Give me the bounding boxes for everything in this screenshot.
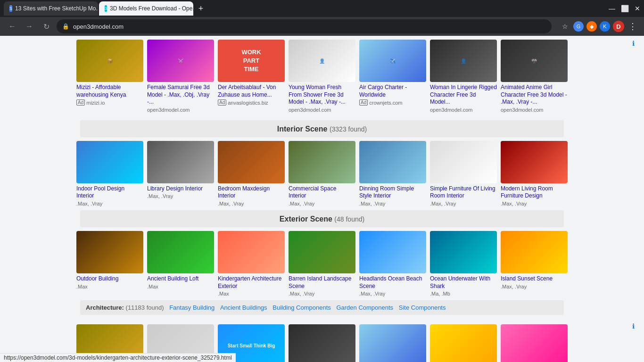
exterior-section-header: Exterior Scene (48 found) bbox=[80, 210, 564, 227]
address-bar: ← → ↻ 🔒 open3dmodel.com ☆ G ◆ K D ⋮ bbox=[0, 17, 644, 36]
profile-button[interactable]: D bbox=[613, 21, 624, 32]
model-formats-kinder: .Max bbox=[218, 291, 285, 296]
bottom-ad-img-6 bbox=[430, 324, 497, 362]
ad-placeholder-7: 🎌 bbox=[501, 40, 568, 82]
bookmark-icon[interactable]: ☆ bbox=[559, 21, 570, 32]
ad-badge-5: Ad bbox=[359, 99, 368, 106]
ad-source-4: open3dmodel.com bbox=[289, 107, 355, 113]
extension3-icon[interactable]: K bbox=[600, 21, 610, 32]
ad-source-2: open3dmodel.com bbox=[147, 107, 214, 113]
ad-title-7: Animated Anime Girl Character Free 3d Mo… bbox=[501, 84, 568, 106]
model-formats-bedroom: .Max, .Vray bbox=[218, 201, 285, 206]
exterior-grid: Outdoor Building .Max Ancient Building L… bbox=[0, 231, 644, 296]
model-item-library[interactable]: Library Design Interior .Max, .Vray bbox=[147, 141, 214, 206]
bottom-ad-img-7 bbox=[501, 324, 568, 362]
url-bar[interactable]: 🔒 open3dmodel.com bbox=[57, 19, 552, 33]
title-bar: S 13 Sites with Free SketchUp Mo... ✕ 3 … bbox=[0, 0, 644, 17]
bottom-ad-6[interactable] bbox=[430, 324, 497, 362]
work-text: WORKPARTTIME bbox=[241, 48, 261, 74]
ad-item-7[interactable]: 🎌 Animated Anime Girl Character Free 3d … bbox=[501, 40, 568, 113]
arch-link-garden[interactable]: Garden Components bbox=[336, 304, 393, 311]
arch-count: (11183 found) bbox=[126, 304, 164, 311]
back-button[interactable]: ← bbox=[6, 20, 19, 33]
ad-title-4: Young Woman Fresh From Shower Free 3d Mo… bbox=[289, 84, 355, 106]
ad-source-5: Ad crownjets.com bbox=[359, 99, 426, 106]
refresh-button[interactable]: ↻ bbox=[40, 20, 53, 33]
interior-title: Interior Scene bbox=[277, 125, 328, 133]
ad-item-6[interactable]: 👤 Woman In Lingerie Rigged Character Fre… bbox=[430, 40, 497, 113]
model-item-outdoor[interactable]: Outdoor Building .Max bbox=[76, 231, 143, 296]
ad-item-4[interactable]: 👤 Young Woman Fresh From Shower Free 3d … bbox=[289, 40, 355, 113]
page-content: ℹ 📦 Mizizi - Affordable warehousing Keny… bbox=[0, 36, 644, 362]
model-img-commercial bbox=[289, 141, 355, 183]
close-button[interactable]: ✕ bbox=[635, 5, 640, 12]
extension1-icon[interactable]: G bbox=[573, 21, 584, 32]
model-item-ancient[interactable]: Ancient Building Loft .Max bbox=[147, 231, 214, 296]
new-tab-button[interactable]: + bbox=[194, 2, 207, 15]
toolbar-icons: ☆ G ◆ K D ⋮ bbox=[559, 21, 638, 32]
model-formats-island: .Max, .Vray bbox=[501, 284, 568, 289]
model-title-island: Island Sunset Scene bbox=[501, 275, 568, 283]
tab-1[interactable]: S 13 Sites with Free SketchUp Mo... ✕ bbox=[4, 1, 98, 16]
ad-item-1[interactable]: 📦 Mizizi - Affordable warehousing Kenya … bbox=[76, 40, 143, 113]
model-item-ocean[interactable]: Ocean Underwater With Shark .Ma, .Mb bbox=[430, 231, 497, 296]
model-item-barren[interactable]: Barren Island Landscape Scene .Max, .Vra… bbox=[289, 231, 355, 296]
ad-item-3[interactable]: WORKPARTTIME Der Arbeitsablauf - Von Zuh… bbox=[218, 40, 285, 113]
architecture-section: Architecture: (11183 found) Fantasy Buil… bbox=[80, 300, 564, 315]
model-item-bedroom[interactable]: Bedroom Maxdesign Interior .Max, .Vray bbox=[218, 141, 285, 206]
maximize-button[interactable]: ⬜ bbox=[621, 5, 629, 12]
bottom-ad-7[interactable] bbox=[501, 324, 568, 362]
arch-link-site[interactable]: Site Components bbox=[399, 304, 446, 311]
minimize-button[interactable]: — bbox=[609, 5, 615, 12]
extension2-icon[interactable]: ◆ bbox=[586, 21, 597, 32]
model-item-modern[interactable]: Modern Living Room Furniture Design .Max… bbox=[501, 141, 568, 206]
status-bar: https://open3dmodel.com/3d-models/kinder… bbox=[0, 353, 236, 362]
url-text: open3dmodel.com bbox=[73, 23, 124, 30]
ad-badge-3: Ad bbox=[218, 99, 226, 106]
arch-link-ancient[interactable]: Ancient Buildings bbox=[220, 304, 267, 311]
interior-count: (3323 found) bbox=[330, 125, 367, 133]
ad-source-3: Ad anvaslogistics.biz bbox=[218, 99, 285, 106]
model-img-dining bbox=[359, 141, 426, 183]
ad-placeholder-5: ✈️ bbox=[359, 40, 426, 82]
ad-source-6: open3dmodel.com bbox=[430, 107, 497, 113]
model-title-pool: Indoor Pool Design Interior bbox=[76, 185, 143, 200]
model-img-kinder bbox=[218, 231, 285, 273]
interior-section-header: Interior Scene (3323 found) bbox=[80, 120, 564, 137]
ad-placeholder-1: 📦 bbox=[76, 40, 143, 82]
model-img-headlands bbox=[359, 231, 426, 273]
model-title-modern: Modern Living Room Furniture Design bbox=[501, 185, 568, 200]
arch-link-building[interactable]: Building Components bbox=[272, 304, 331, 311]
tab-2[interactable]: 3 3D Models Free Download - Ope... ✕ bbox=[99, 1, 193, 16]
ad-img-1: 📦 bbox=[76, 40, 143, 82]
model-item-kinder[interactable]: Kindergarten Architecture Exterior .Max bbox=[218, 231, 285, 296]
model-item-island[interactable]: Island Sunset Scene .Max, .Vray bbox=[501, 231, 568, 296]
menu-icon[interactable]: ⋮ bbox=[627, 21, 638, 32]
bottom-ad-4[interactable] bbox=[289, 324, 355, 362]
forward-button[interactable]: → bbox=[23, 20, 36, 33]
exterior-count: (48 found) bbox=[334, 215, 364, 223]
arch-link-fantasy[interactable]: Fantasy Building bbox=[169, 304, 215, 311]
ad-source-text-4: open3dmodel.com bbox=[289, 107, 331, 113]
bottom-ad-img-4 bbox=[289, 324, 355, 362]
model-item-commercial[interactable]: Commercial Space Interior .Max, .Vray bbox=[289, 141, 355, 206]
status-url: https://open3dmodel.com/3d-models/kinder… bbox=[4, 354, 232, 361]
ad-source-7: open3dmodel.com bbox=[501, 107, 568, 113]
bottom-ad-5[interactable] bbox=[359, 324, 426, 362]
model-formats-ancient: .Max bbox=[147, 284, 214, 289]
model-title-ocean: Ocean Underwater With Shark bbox=[430, 275, 497, 290]
model-img-outdoor bbox=[76, 231, 143, 273]
model-title-commercial: Commercial Space Interior bbox=[289, 185, 355, 200]
model-formats-library: .Max, .Vray bbox=[147, 193, 214, 199]
model-item-simple[interactable]: Simple Furniture Of Living Room Interior… bbox=[430, 141, 497, 206]
interior-grid: Indoor Pool Design Interior .Max, .Vray … bbox=[0, 141, 644, 206]
model-item-pool[interactable]: Indoor Pool Design Interior .Max, .Vray bbox=[76, 141, 143, 206]
info-icon-bottom[interactable]: ℹ bbox=[632, 322, 635, 330]
info-icon-top[interactable]: ℹ bbox=[632, 40, 635, 47]
ad-item-5[interactable]: ✈️ Air Cargo Charter - Worldwide Ad crow… bbox=[359, 40, 426, 113]
model-title-outdoor: Outdoor Building bbox=[76, 275, 143, 283]
ad-item-2[interactable]: ⚔️ Female Samurai Free 3d Model - .Max, … bbox=[147, 40, 214, 113]
model-item-headlands[interactable]: Headlands Ocean Beach Scene .Max, .Vray bbox=[359, 231, 426, 296]
ad-source-text-1: mizizi.io bbox=[86, 100, 105, 106]
model-item-dining[interactable]: Dinning Room Simple Style Interior .Max,… bbox=[359, 141, 426, 206]
